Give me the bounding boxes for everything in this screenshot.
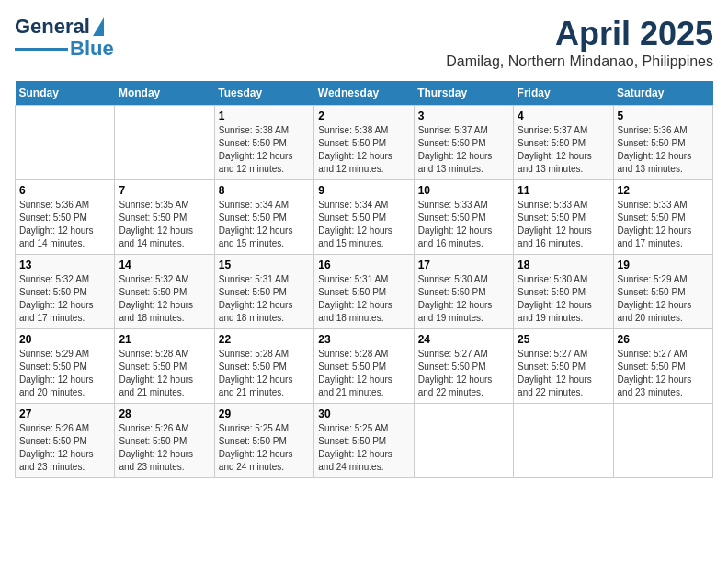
calendar-week-row: 1 Sunrise: 5:38 AMSunset: 5:50 PMDayligh… (16, 106, 713, 180)
day-info: Sunrise: 5:37 AMSunset: 5:50 PMDaylight:… (418, 124, 509, 176)
day-info: Sunrise: 5:33 AMSunset: 5:50 PMDaylight:… (518, 199, 609, 250)
table-row (115, 106, 214, 180)
table-row: 18 Sunrise: 5:30 AMSunset: 5:50 PMDaylig… (514, 255, 613, 329)
day-info: Sunrise: 5:28 AMSunset: 5:50 PMDaylight:… (219, 348, 310, 399)
table-row (16, 106, 115, 180)
day-number: 6 (19, 184, 110, 197)
col-monday: Monday (115, 81, 214, 106)
table-row (414, 404, 513, 478)
col-thursday: Thursday (414, 81, 513, 106)
table-row (613, 404, 712, 478)
day-info: Sunrise: 5:32 AMSunset: 5:50 PMDaylight:… (119, 273, 210, 325)
day-number: 29 (219, 408, 310, 420)
day-info: Sunrise: 5:38 AMSunset: 5:50 PMDaylight:… (318, 124, 409, 176)
day-number: 19 (618, 259, 709, 271)
calendar-table: Sunday Monday Tuesday Wednesday Thursday… (15, 81, 713, 478)
day-info: Sunrise: 5:29 AMSunset: 5:50 PMDaylight:… (618, 273, 709, 325)
day-number: 23 (318, 333, 409, 346)
day-number: 16 (318, 259, 409, 271)
calendar-week-row: 27 Sunrise: 5:26 AMSunset: 5:50 PMDaylig… (16, 404, 713, 478)
table-row: 7 Sunrise: 5:35 AMSunset: 5:50 PMDayligh… (115, 180, 214, 255)
day-number: 8 (219, 184, 310, 197)
day-number: 28 (119, 408, 210, 420)
day-info: Sunrise: 5:25 AMSunset: 5:50 PMDaylight:… (318, 422, 409, 474)
day-info: Sunrise: 5:33 AMSunset: 5:50 PMDaylight:… (418, 199, 509, 250)
day-number: 22 (219, 333, 310, 346)
day-number: 30 (318, 408, 409, 420)
day-info: Sunrise: 5:26 AMSunset: 5:50 PMDaylight:… (19, 422, 110, 474)
day-info: Sunrise: 5:32 AMSunset: 5:50 PMDaylight:… (19, 273, 110, 325)
calendar-header-row: Sunday Monday Tuesday Wednesday Thursday… (16, 81, 713, 106)
table-row: 20 Sunrise: 5:29 AMSunset: 5:50 PMDaylig… (16, 329, 115, 404)
day-number: 15 (219, 259, 310, 271)
day-info: Sunrise: 5:30 AMSunset: 5:50 PMDaylight:… (418, 273, 509, 325)
day-info: Sunrise: 5:34 AMSunset: 5:50 PMDaylight:… (318, 199, 409, 250)
day-number: 21 (119, 333, 210, 346)
day-info: Sunrise: 5:30 AMSunset: 5:50 PMDaylight:… (518, 273, 609, 325)
table-row: 30 Sunrise: 5:25 AMSunset: 5:50 PMDaylig… (314, 404, 414, 478)
table-row: 24 Sunrise: 5:27 AMSunset: 5:50 PMDaylig… (414, 329, 513, 404)
day-number: 26 (618, 333, 709, 346)
day-number: 7 (119, 184, 210, 197)
month-year-title: April 2025 (446, 15, 713, 53)
table-row: 22 Sunrise: 5:28 AMSunset: 5:50 PMDaylig… (214, 329, 313, 404)
table-row: 6 Sunrise: 5:36 AMSunset: 5:50 PMDayligh… (16, 180, 115, 255)
day-number: 9 (318, 184, 409, 197)
day-number: 11 (518, 184, 609, 197)
table-row: 1 Sunrise: 5:38 AMSunset: 5:50 PMDayligh… (214, 106, 313, 180)
table-row: 5 Sunrise: 5:36 AMSunset: 5:50 PMDayligh… (613, 106, 712, 180)
table-row: 14 Sunrise: 5:32 AMSunset: 5:50 PMDaylig… (115, 255, 214, 329)
day-info: Sunrise: 5:29 AMSunset: 5:50 PMDaylight:… (19, 348, 110, 399)
col-saturday: Saturday (613, 81, 712, 106)
calendar-week-row: 13 Sunrise: 5:32 AMSunset: 5:50 PMDaylig… (16, 255, 713, 329)
table-row: 15 Sunrise: 5:31 AMSunset: 5:50 PMDaylig… (214, 255, 313, 329)
day-info: Sunrise: 5:27 AMSunset: 5:50 PMDaylight:… (618, 348, 709, 399)
calendar-week-row: 20 Sunrise: 5:29 AMSunset: 5:50 PMDaylig… (16, 329, 713, 404)
table-row: 29 Sunrise: 5:25 AMSunset: 5:50 PMDaylig… (214, 404, 313, 478)
table-row: 27 Sunrise: 5:26 AMSunset: 5:50 PMDaylig… (16, 404, 115, 478)
table-row: 2 Sunrise: 5:38 AMSunset: 5:50 PMDayligh… (314, 106, 414, 180)
day-info: Sunrise: 5:38 AMSunset: 5:50 PMDaylight:… (219, 124, 310, 176)
day-number: 2 (318, 109, 409, 122)
logo: General Blue (15, 15, 114, 61)
table-row: 26 Sunrise: 5:27 AMSunset: 5:50 PMDaylig… (613, 329, 712, 404)
day-number: 5 (618, 109, 709, 122)
day-number: 1 (219, 109, 310, 122)
day-info: Sunrise: 5:26 AMSunset: 5:50 PMDaylight:… (119, 422, 210, 474)
col-friday: Friday (514, 81, 613, 106)
table-row: 28 Sunrise: 5:26 AMSunset: 5:50 PMDaylig… (115, 404, 214, 478)
day-number: 4 (518, 109, 609, 122)
calendar-week-row: 6 Sunrise: 5:36 AMSunset: 5:50 PMDayligh… (16, 180, 713, 255)
col-wednesday: Wednesday (314, 81, 414, 106)
logo-blue-text: Blue (70, 37, 114, 61)
table-row (514, 404, 613, 478)
title-block: April 2025 Damilag, Northern Mindanao, P… (446, 15, 713, 70)
day-number: 24 (418, 333, 509, 346)
day-number: 20 (19, 333, 110, 346)
day-info: Sunrise: 5:37 AMSunset: 5:50 PMDaylight:… (518, 124, 609, 176)
col-sunday: Sunday (16, 81, 115, 106)
day-info: Sunrise: 5:27 AMSunset: 5:50 PMDaylight:… (518, 348, 609, 399)
table-row: 12 Sunrise: 5:33 AMSunset: 5:50 PMDaylig… (613, 180, 712, 255)
location-subtitle: Damilag, Northern Mindanao, Philippines (446, 53, 713, 70)
table-row: 19 Sunrise: 5:29 AMSunset: 5:50 PMDaylig… (613, 255, 712, 329)
table-row: 11 Sunrise: 5:33 AMSunset: 5:50 PMDaylig… (514, 180, 613, 255)
day-info: Sunrise: 5:35 AMSunset: 5:50 PMDaylight:… (119, 199, 210, 250)
table-row: 16 Sunrise: 5:31 AMSunset: 5:50 PMDaylig… (314, 255, 414, 329)
day-number: 18 (518, 259, 609, 271)
page-header: General Blue April 2025 Damilag, Norther… (15, 15, 713, 70)
day-info: Sunrise: 5:31 AMSunset: 5:50 PMDaylight:… (219, 273, 310, 325)
table-row: 21 Sunrise: 5:28 AMSunset: 5:50 PMDaylig… (115, 329, 214, 404)
col-tuesday: Tuesday (214, 81, 313, 106)
day-number: 12 (618, 184, 709, 197)
table-row: 13 Sunrise: 5:32 AMSunset: 5:50 PMDaylig… (16, 255, 115, 329)
day-number: 14 (119, 259, 210, 271)
day-info: Sunrise: 5:36 AMSunset: 5:50 PMDaylight:… (618, 124, 709, 176)
day-info: Sunrise: 5:27 AMSunset: 5:50 PMDaylight:… (418, 348, 509, 399)
table-row: 3 Sunrise: 5:37 AMSunset: 5:50 PMDayligh… (414, 106, 513, 180)
day-info: Sunrise: 5:36 AMSunset: 5:50 PMDaylight:… (19, 199, 110, 250)
day-info: Sunrise: 5:34 AMSunset: 5:50 PMDaylight:… (219, 199, 310, 250)
day-number: 25 (518, 333, 609, 346)
table-row: 17 Sunrise: 5:30 AMSunset: 5:50 PMDaylig… (414, 255, 513, 329)
table-row: 10 Sunrise: 5:33 AMSunset: 5:50 PMDaylig… (414, 180, 513, 255)
